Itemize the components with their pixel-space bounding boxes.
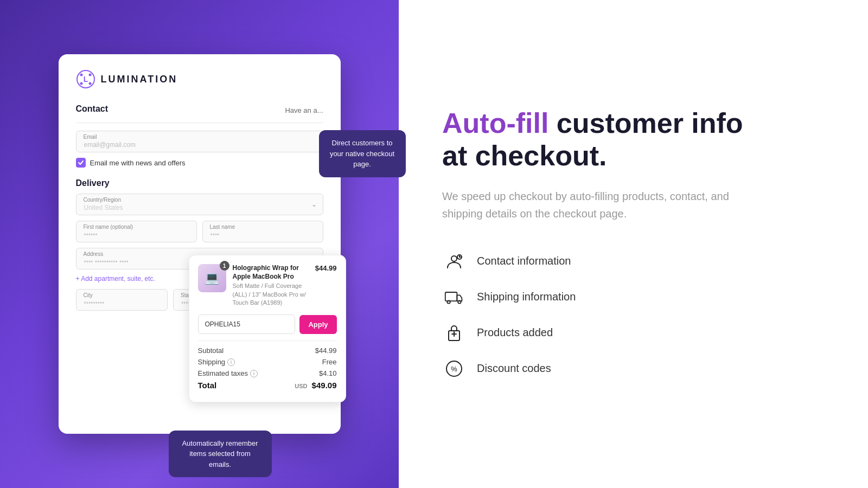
logo-icon: L: [76, 69, 95, 89]
product-variant: Soft Matte / Full Coverage (ALL) / 13" M…: [233, 282, 309, 307]
taxes-label: Estimated taxes: [198, 369, 248, 377]
discount-row: Apply: [198, 314, 337, 334]
subtotal-label: Subtotal: [198, 346, 224, 355]
discount-icon: %: [442, 357, 466, 381]
product-price: $44.99: [315, 264, 337, 272]
subtitle: We speed up checkout by auto-filling pro…: [442, 188, 757, 222]
last-name-wrapper: Last name: [202, 221, 323, 242]
first-name-wrapper: First name (optional): [76, 221, 197, 242]
svg-point-11: [447, 300, 450, 303]
usd-label: USD: [295, 383, 307, 389]
email-label: Email: [84, 134, 97, 140]
first-name-label: First name (optional): [84, 224, 133, 230]
order-panel: 💻 1 Holographic Wrap for Apple MacBook P…: [189, 255, 346, 402]
svg-text:%: %: [451, 365, 457, 373]
svg-point-2: [80, 74, 82, 76]
taxes-value: $4.10: [319, 369, 337, 377]
feature-products: Products added: [442, 321, 757, 345]
svg-point-3: [88, 74, 91, 76]
feature-contact: Contact information: [442, 249, 757, 273]
taxes-label-wrap: Estimated taxes i: [198, 369, 258, 377]
checkbox-row: Email me with news and offers: [76, 158, 323, 168]
grand-total-row: Total USD $49.09: [198, 381, 337, 390]
quantity-badge: 1: [220, 261, 229, 271]
svg-point-12: [458, 300, 461, 303]
feature-contact-label: Contact information: [477, 255, 571, 267]
subtotal-value: $44.99: [315, 346, 337, 355]
city-input[interactable]: [76, 289, 168, 311]
delivery-title: Delivery: [76, 178, 110, 188]
product-details: Holographic Wrap for Apple MacBook Pro S…: [233, 264, 309, 307]
checkmark-icon: [78, 159, 84, 166]
totals-section: Subtotal $44.99 Shipping i Free Estimate…: [198, 341, 337, 390]
feature-list: Contact information Shipping information: [442, 249, 757, 381]
shipping-row: Shipping i Free: [198, 358, 337, 366]
right-panel: Auto-fill customer info at checkout. We …: [399, 0, 868, 488]
tooltip-checkout: Direct customers to your native checkout…: [319, 130, 406, 177]
product-image-wrap: 💻 1: [198, 264, 226, 292]
total-amount: USD $49.09: [295, 381, 336, 390]
feature-shipping-label: Shipping information: [477, 291, 576, 303]
total-label: Total: [198, 381, 217, 390]
shipping-value: Free: [322, 358, 337, 366]
address-label: Address: [84, 251, 104, 257]
feature-discount: % Discount codes: [442, 357, 757, 381]
name-row: First name (optional) Last name: [76, 221, 323, 242]
email-wrapper: Email: [76, 131, 323, 152]
country-wrapper: Country/Region United States ⌄: [76, 194, 323, 215]
contact-header: Contact Have an a...: [76, 104, 323, 116]
discount-input[interactable]: [198, 314, 296, 334]
email-input[interactable]: [76, 131, 323, 152]
shipping-icon: [442, 285, 466, 309]
last-name-label: Last name: [210, 224, 235, 230]
headline: Auto-fill customer info at checkout.: [442, 107, 757, 172]
taxes-row: Estimated taxes i $4.10: [198, 369, 337, 377]
left-panel: L LUMINATION Contact Have an a... Email: [0, 0, 399, 488]
tooltip-remember: Automatically remember items selected fr…: [169, 431, 272, 478]
logo-area: L LUMINATION: [76, 69, 323, 89]
checkout-card: L LUMINATION Contact Have an a... Email: [59, 54, 341, 434]
have-account-text: Have an a...: [285, 106, 323, 114]
contact-icon: [442, 249, 466, 273]
feature-shipping: Shipping information: [442, 285, 757, 309]
products-icon: [442, 321, 466, 345]
svg-point-6: [451, 256, 457, 261]
apply-button[interactable]: Apply: [299, 315, 336, 334]
headline-accent: Auto-fill: [442, 107, 548, 139]
svg-point-4: [80, 82, 82, 85]
email-checkbox[interactable]: [76, 158, 86, 168]
logo-text: LUMINATION: [101, 74, 178, 85]
city-wrapper: City: [76, 289, 168, 311]
svg-rect-10: [445, 292, 457, 301]
shipping-label-wrap: Shipping i: [198, 358, 235, 366]
svg-point-5: [88, 82, 91, 85]
contact-title: Contact: [76, 104, 108, 114]
shipping-info-icon: i: [227, 358, 235, 366]
feature-products-label: Products added: [477, 326, 553, 339]
country-select[interactable]: United States: [76, 194, 323, 215]
total-value: $49.09: [312, 381, 337, 390]
taxes-info-icon: i: [250, 370, 258, 377]
checkbox-label: Email me with news and offers: [90, 159, 186, 167]
subtotal-row: Subtotal $44.99: [198, 346, 337, 355]
shipping-label: Shipping: [198, 358, 226, 366]
contact-divider: [76, 123, 323, 123]
feature-discount-label: Discount codes: [477, 362, 551, 375]
product-name: Holographic Wrap for Apple MacBook Pro: [233, 264, 309, 281]
right-content: Auto-fill customer info at checkout. We …: [442, 107, 757, 381]
product-row: 💻 1 Holographic Wrap for Apple MacBook P…: [198, 264, 337, 307]
svg-text:L: L: [83, 75, 88, 84]
